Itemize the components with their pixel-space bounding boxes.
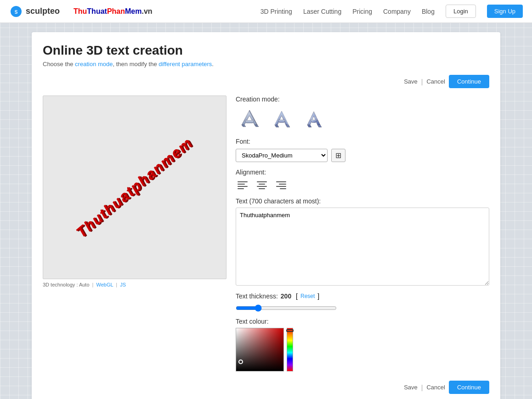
svg-marker-3 — [245, 120, 254, 123]
sculpteo-text: sculpteo — [26, 6, 60, 16]
cancel-button-bottom[interactable]: Cancel — [426, 384, 445, 391]
page-subtitle: Choose the creation mode, then modify th… — [43, 61, 489, 67]
nav-company[interactable]: Company — [383, 8, 411, 15]
nav-3d-printing[interactable]: 3D Printing — [260, 8, 292, 15]
svg-point-15 — [308, 117, 319, 120]
text-input[interactable] — [236, 208, 489, 286]
js-link[interactable]: JS — [120, 282, 126, 287]
color-gradient[interactable] — [236, 328, 284, 371]
hue-bar[interactable] — [287, 328, 293, 371]
main-card: Online 3D text creation Choose the creat… — [32, 32, 500, 399]
alignment-row — [236, 180, 489, 191]
thickness-reset-link[interactable]: Reset — [300, 293, 315, 299]
webgl-link[interactable]: WebGL — [96, 282, 113, 287]
svg-text:S: S — [15, 10, 18, 15]
color-indicator[interactable] — [238, 360, 243, 364]
align-left-icon — [238, 181, 248, 189]
two-col-layout: Thuthuatphanmem 3D technology : Auto | W… — [43, 96, 489, 371]
color-picker-wrap — [236, 328, 489, 371]
preview-3d-text: Thuthuatphanmem — [74, 133, 195, 242]
alignment-label: Alignment: — [236, 169, 489, 176]
sculpteo-icon: S — [9, 5, 23, 18]
save-button-bottom[interactable]: Save — [404, 384, 418, 391]
add-font-button[interactable]: ⊞ — [331, 149, 345, 162]
controls-panel: Creation mode: — [236, 96, 489, 371]
preview-canvas[interactable]: Thuthuatphanmem — [43, 96, 226, 279]
thickness-label: Text thickness: — [236, 292, 278, 300]
signup-button[interactable]: Sign Up — [487, 5, 523, 18]
top-actions: Save | Cancel Continue — [43, 75, 489, 88]
creation-mode-row — [236, 107, 489, 130]
font-label: Font: — [236, 138, 489, 145]
login-button[interactable]: Login — [446, 5, 476, 18]
align-center-icon — [257, 181, 267, 189]
svg-marker-8 — [278, 120, 285, 123]
preview-tech: 3D technology : Auto | WebGL | JS — [43, 282, 226, 287]
svg-marker-4 — [242, 125, 246, 127]
nav-pricing[interactable]: Pricing — [352, 8, 372, 15]
mode-icon-1[interactable] — [236, 107, 263, 130]
preview-panel: Thuthuatphanmem 3D technology : Auto | W… — [43, 96, 226, 371]
mode-svg-1 — [237, 107, 262, 129]
creation-mode-link[interactable]: creation mode — [75, 61, 113, 67]
nav-laser-cutting[interactable]: Laser Cutting — [303, 8, 341, 15]
page-title: Online 3D text creation — [43, 43, 489, 58]
save-button-top[interactable]: Save — [404, 78, 418, 85]
hue-indicator — [286, 329, 294, 332]
nav-links: 3D Printing Laser Cutting Pricing Compan… — [260, 5, 523, 18]
creation-mode-label: Creation mode: — [236, 96, 489, 103]
svg-marker-7 — [275, 111, 289, 125]
font-row: SkodaPro_Medium ⊞ — [236, 149, 489, 162]
align-left-button[interactable] — [236, 180, 249, 191]
font-select[interactable]: SkodaPro_Medium — [236, 149, 328, 162]
action-separator: | — [421, 78, 423, 85]
thickness-slider-wrap — [236, 304, 489, 313]
params-link[interactable]: different parameters — [158, 61, 212, 67]
bottom-sep: | — [421, 384, 423, 391]
align-right-button[interactable] — [274, 180, 288, 191]
mode-svg-2 — [269, 107, 294, 129]
cancel-button-top[interactable]: Cancel — [426, 78, 445, 85]
colour-label: Text colour: — [236, 318, 489, 325]
svg-marker-10 — [286, 125, 290, 127]
svg-marker-5 — [255, 125, 259, 127]
brand-logo: S sculpteo — [9, 5, 60, 18]
text-area-label: Text (700 characters at most): — [236, 197, 489, 205]
bottom-actions: Save | Cancel Continue — [43, 381, 489, 394]
mode-icon-2[interactable] — [268, 107, 295, 130]
align-right-icon — [276, 181, 286, 189]
mode-svg-3 — [301, 107, 326, 129]
svg-marker-14 — [317, 125, 322, 127]
thickness-slider[interactable] — [236, 304, 337, 312]
mode-icon-3[interactable] — [300, 107, 328, 130]
svg-marker-13 — [307, 125, 311, 127]
tech-label: 3D technology : Auto — [43, 282, 90, 287]
svg-marker-9 — [275, 125, 279, 127]
main-content: Online 3D text creation Choose the creat… — [13, 23, 519, 399]
thickness-value: 200 — [281, 292, 291, 300]
continue-button-top[interactable]: Continue — [449, 75, 489, 88]
thickness-row: Text thickness: 200 [Reset] — [236, 292, 489, 300]
watermark: ThuThuatPhanMem.vn — [74, 7, 153, 16]
align-center-button[interactable] — [255, 180, 269, 191]
navbar: S sculpteo ThuThuatPhanMem.vn 3D Printin… — [0, 0, 532, 23]
continue-button-bottom[interactable]: Continue — [449, 381, 489, 394]
nav-blog[interactable]: Blog — [422, 8, 435, 15]
